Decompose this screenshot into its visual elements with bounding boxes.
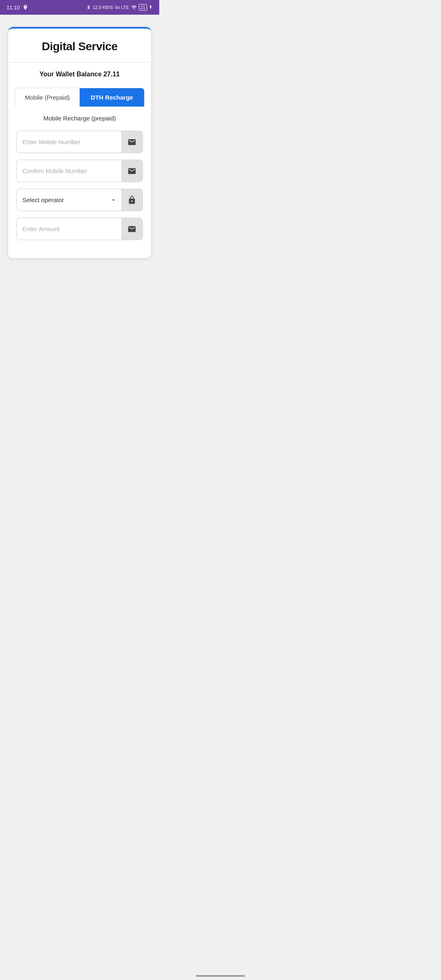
amount-icon-button[interactable]: [121, 218, 143, 240]
bluetooth-icon: [86, 4, 91, 10]
amount-input[interactable]: [17, 218, 121, 240]
battery-indicator: 21: [139, 5, 147, 10]
enter-amount-group: [16, 218, 143, 240]
charging-icon: [149, 4, 153, 10]
confirm-mobile-icon-button[interactable]: [121, 160, 143, 182]
main-card: Digital Service Your Wallet Balance 27.1…: [8, 27, 151, 258]
lock-icon: [127, 196, 136, 205]
battery-level: 21: [139, 4, 147, 11]
mobile-number-icon-button[interactable]: [121, 131, 143, 153]
confirm-mobile-number-group: [16, 160, 143, 182]
envelope-icon: [127, 138, 136, 147]
confirm-mobile-number-input[interactable]: [17, 160, 121, 182]
envelope-icon-3: [127, 225, 136, 234]
network-type: Vo LTE: [114, 5, 129, 10]
tab-dth-recharge[interactable]: DTH Recharge: [80, 88, 144, 107]
chevron-down-icon: [110, 189, 121, 211]
card-title: Digital Service: [16, 40, 143, 53]
status-left: 11:10: [7, 4, 28, 11]
status-right: 12.0 KB/S Vo LTE 21: [86, 4, 153, 10]
mobile-number-group: [16, 131, 143, 153]
form-subtitle: Mobile Recharge (prepaid): [16, 115, 143, 122]
wallet-section: Your Wallet Balance 27.11: [8, 62, 151, 82]
wallet-balance: Your Wallet Balance 27.11: [16, 71, 143, 78]
network-speed: 12.0 KB/S: [93, 5, 113, 10]
operator-select[interactable]: Select operator Airtel Jio Vi BSNL: [17, 189, 110, 211]
form-section: Mobile Recharge (prepaid): [8, 107, 151, 258]
mobile-number-input[interactable]: [17, 131, 121, 153]
signal-icon: [131, 4, 137, 10]
tabs-container: Mobile (Prepaid) DTH Recharge: [15, 88, 145, 107]
tab-mobile-prepaid[interactable]: Mobile (Prepaid): [15, 88, 80, 107]
time-display: 11:10: [7, 4, 20, 11]
card-header: Digital Service: [8, 29, 151, 62]
location-icon: [22, 4, 28, 10]
operator-lock-button[interactable]: [121, 189, 143, 211]
envelope-icon-2: [127, 167, 136, 176]
select-operator-group: Select operator Airtel Jio Vi BSNL: [16, 189, 143, 211]
main-content: Digital Service Your Wallet Balance 27.1…: [0, 15, 159, 266]
status-bar: 11:10 12.0 KB/S Vo LTE 21: [0, 0, 159, 15]
